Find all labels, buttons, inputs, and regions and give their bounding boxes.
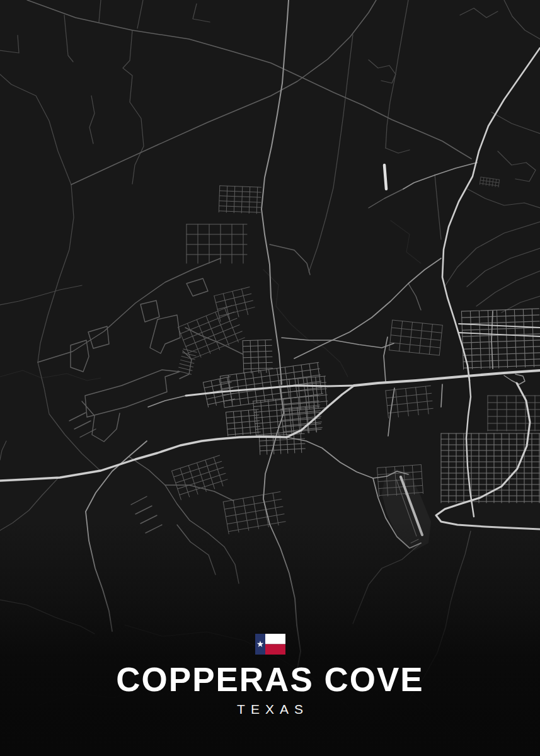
caption: COPPERAS COVE TEXAS — [0, 634, 540, 717]
flag-white-stripe — [265, 634, 285, 644]
map-poster: COPPERAS COVE TEXAS — [0, 0, 540, 756]
poster-title: COPPERAS COVE — [0, 663, 540, 696]
poster-subtitle: TEXAS — [0, 702, 540, 717]
texas-flag-icon — [255, 634, 285, 655]
flag-red-stripe — [265, 644, 285, 655]
